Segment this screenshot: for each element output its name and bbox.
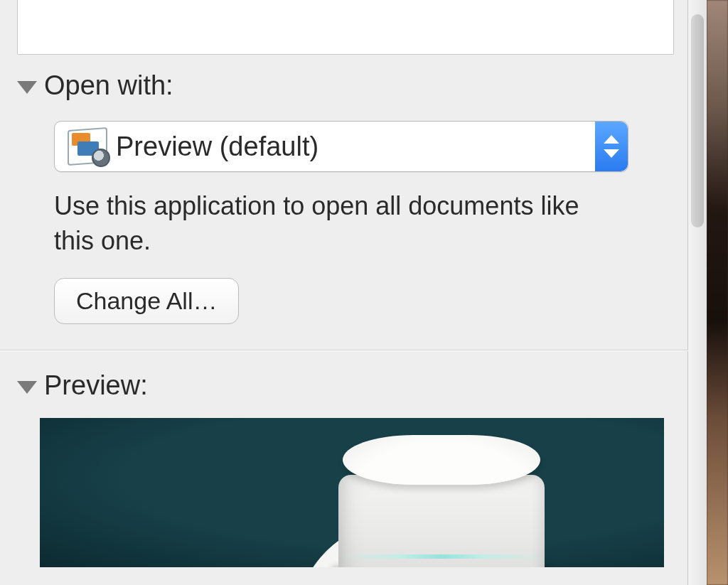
desktop-background-strip <box>707 0 728 585</box>
caret-down-icon <box>604 149 619 158</box>
caret-up-icon <box>604 135 619 144</box>
open-with-header[interactable]: Open with: <box>17 70 674 101</box>
scrollbar-track[interactable] <box>687 0 707 585</box>
preview-header[interactable]: Preview: <box>17 370 674 401</box>
open-with-app-popup[interactable]: Preview (default) <box>54 121 628 172</box>
open-with-helper-text: Use this application to open all documen… <box>54 189 580 258</box>
preview-app-icon <box>68 129 107 164</box>
scrollbar-thumb[interactable] <box>691 14 704 227</box>
disclosure-triangle-icon[interactable] <box>17 381 37 394</box>
preview-section: Preview: <box>40 363 674 567</box>
change-all-button[interactable]: Change All… <box>54 278 239 324</box>
popup-stepper-icon[interactable] <box>595 122 628 171</box>
previous-section-pane <box>17 0 674 55</box>
open-with-title: Open with: <box>44 70 173 101</box>
change-all-label: Change All… <box>76 287 217 314</box>
section-divider <box>0 350 688 350</box>
open-with-section: Open with: Preview (default) Use this ap… <box>17 55 674 324</box>
preview-device <box>338 439 545 567</box>
open-with-selected-app: Preview (default) <box>116 132 595 162</box>
window-content: Open with: Preview (default) Use this ap… <box>0 0 688 585</box>
preview-thumbnail <box>40 418 664 567</box>
preview-title: Preview: <box>44 370 148 401</box>
get-info-window: Open with: Preview (default) Use this ap… <box>0 0 707 585</box>
disclosure-triangle-icon[interactable] <box>17 81 37 94</box>
